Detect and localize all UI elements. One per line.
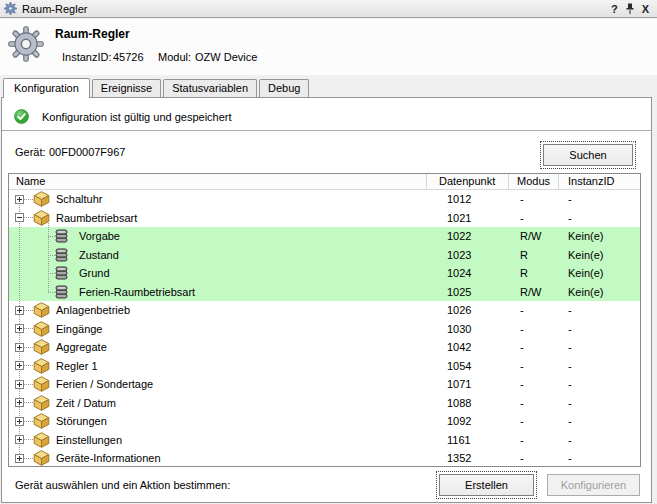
cell-instanzid: Kein(e) [559, 286, 640, 298]
tree-line [24, 199, 33, 200]
tree-item-label[interactable]: Vorgabe [79, 230, 120, 242]
tree-expand-toggle[interactable] [15, 398, 24, 407]
cell-datenpunkt: 1092 [427, 415, 509, 427]
cell-modus: R [509, 249, 559, 261]
close-button[interactable]: X [642, 3, 649, 15]
tree-line [24, 365, 33, 366]
tree-item-label[interactable]: Raumbetriebsart [56, 212, 137, 224]
package-icon [33, 191, 50, 207]
tree-item-label[interactable]: Aggregate [56, 341, 107, 353]
tree-item-label[interactable]: Geräte-Informationen [56, 452, 161, 464]
table-row[interactable]: Grund1024RKein(e) [9, 264, 640, 283]
status-text: Konfiguration ist gültig und gespeichert [42, 111, 232, 123]
table-row[interactable]: Zeit / Datum1088-- [9, 394, 640, 413]
instanzid-value: 45726 [113, 51, 144, 63]
tree-item-label[interactable]: Ferien / Sondertage [56, 378, 153, 390]
package-icon [33, 339, 50, 355]
package-icon [33, 210, 50, 226]
table-row[interactable]: Störungen1092-- [9, 412, 640, 431]
tab-konfiguration[interactable]: Konfiguration [3, 78, 90, 98]
datapoint-icon [54, 248, 69, 262]
tree-expand-toggle[interactable] [15, 343, 24, 352]
table-row[interactable]: Ferien-Raumbetriebsart1025R/WKein(e) [9, 283, 640, 302]
tree-item-label[interactable]: Grund [79, 267, 110, 279]
cell-datenpunkt: 1024 [427, 267, 509, 279]
separator-line [2, 130, 651, 131]
table-row[interactable]: Vorgabe1022R/WKein(e) [9, 227, 640, 246]
column-header-mod[interactable]: Modus [509, 174, 559, 189]
cell-instanzid: - [559, 452, 640, 464]
tree-item-label[interactable]: Störungen [56, 415, 107, 427]
tree-item-label[interactable]: Anlagenbetrieb [56, 304, 130, 316]
column-header-iid[interactable]: InstanzID [559, 174, 640, 189]
table-row[interactable]: Regler 11054-- [9, 357, 640, 376]
tree-expand-toggle[interactable] [15, 417, 24, 426]
konfigurieren-button[interactable]: Konfigurieren [547, 474, 640, 496]
tree-expand-toggle[interactable] [15, 435, 24, 444]
cell-instanzid: - [559, 304, 640, 316]
tab-statusvariablen[interactable]: Statusvariablen [163, 79, 257, 97]
table-row[interactable]: Zustand1023RKein(e) [9, 246, 640, 265]
tab-bar: KonfigurationEreignisseStatusvariablenDe… [0, 75, 657, 98]
help-button[interactable]: ? [611, 3, 618, 15]
table-row[interactable]: Eingänge1030-- [9, 320, 640, 339]
cell-datenpunkt: 1021 [427, 212, 509, 224]
cell-modus: - [509, 397, 559, 409]
table-row[interactable]: Einstellungen1161-- [9, 431, 640, 450]
tree-item-label[interactable]: Ferien-Raumbetriebsart [79, 286, 195, 298]
datapoint-icon [54, 229, 69, 243]
tree-expand-toggle[interactable] [15, 361, 24, 370]
table-row[interactable]: Raumbetriebsart1021-- [9, 209, 640, 228]
cell-name: Vorgabe [9, 227, 427, 246]
tree-item-label[interactable]: Zeit / Datum [56, 397, 116, 409]
cell-modus: - [509, 360, 559, 372]
column-header-dp[interactable]: Datenpunkt [427, 174, 509, 189]
device-label: Gerät: [15, 146, 46, 159]
cell-modus: - [509, 304, 559, 316]
window-titlebar[interactable]: Raum-Regler ? X [0, 0, 657, 18]
tree-item-label[interactable]: Schaltuhr [56, 193, 102, 205]
cell-modus: - [509, 434, 559, 446]
tree-expand-toggle[interactable] [15, 380, 24, 389]
status-ok-icon [14, 109, 29, 124]
cell-modus: - [509, 378, 559, 390]
erstellen-button[interactable]: Erstellen [439, 474, 534, 496]
package-icon [33, 450, 50, 466]
cell-name: Geräte-Informationen [9, 449, 427, 467]
pin-icon[interactable] [625, 3, 635, 15]
tree-line [24, 421, 33, 422]
tree-expand-toggle[interactable] [15, 306, 24, 315]
table-row[interactable]: Anlagenbetrieb1026-- [9, 301, 640, 320]
tree-expand-toggle[interactable] [15, 213, 24, 222]
cell-name: Zeit / Datum [9, 394, 427, 413]
tree-expand-toggle[interactable] [15, 324, 24, 333]
tree-expand-toggle[interactable] [15, 195, 24, 204]
cell-name: Zustand [9, 246, 427, 265]
column-header-name[interactable]: Name [9, 174, 427, 189]
tree-item-label[interactable]: Einstellungen [56, 434, 122, 446]
tab-ereignisse[interactable]: Ereignisse [92, 79, 161, 97]
package-icon [33, 302, 50, 318]
table-row[interactable]: Geräte-Informationen1352-- [9, 449, 640, 467]
action-hint-label: Gerät auswählen und ein Aktion bestimmen… [15, 478, 230, 492]
tree-item-label[interactable]: Eingänge [56, 323, 103, 335]
cell-modus: - [509, 212, 559, 224]
table-header: NameDatenpunktModusInstanzID [9, 174, 640, 190]
tree-item-label[interactable]: Zustand [79, 249, 119, 261]
cell-name: Raumbetriebsart [9, 209, 427, 228]
tree-expand-toggle[interactable] [15, 454, 24, 463]
table-row[interactable]: Aggregate1042-- [9, 338, 640, 357]
tree-item-label[interactable]: Regler 1 [56, 360, 98, 372]
package-icon [33, 413, 50, 429]
cell-modus: - [509, 323, 559, 335]
table-row[interactable]: Ferien / Sondertage1071-- [9, 375, 640, 394]
tab-debug[interactable]: Debug [259, 79, 309, 97]
device-gear-icon [8, 26, 44, 62]
tree-line [24, 402, 33, 403]
suchen-button[interactable]: Suchen [543, 144, 633, 166]
cell-modus: - [509, 452, 559, 464]
device-header: Raum-Regler InstanzID: 45726 Modul: OZW … [0, 19, 657, 75]
cell-name: Störungen [9, 412, 427, 431]
cell-modus: - [509, 415, 559, 427]
table-row[interactable]: Schaltuhr1012-- [9, 190, 640, 209]
